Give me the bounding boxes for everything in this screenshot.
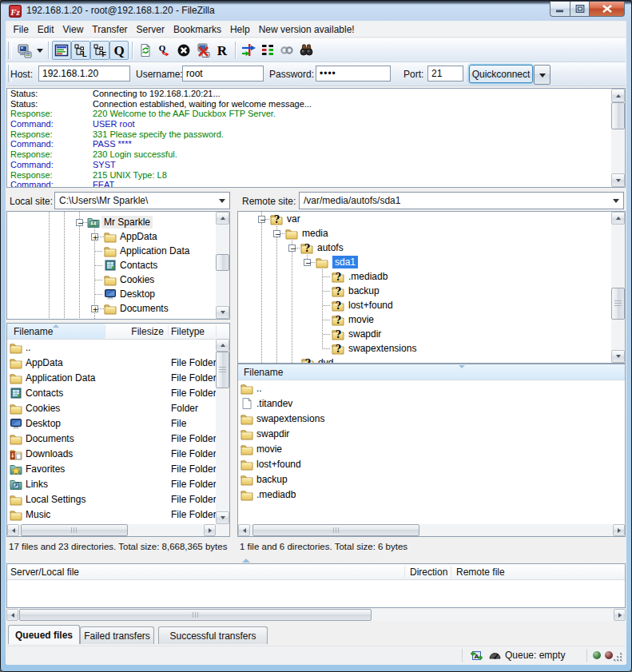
scroll-up-button[interactable] [611,89,625,102]
tree-item-autofs[interactable]: autofs [317,242,344,253]
menu-edit[interactable]: Edit [33,24,58,35]
toggle-queue-button[interactable]: Q [109,41,129,60]
port-input[interactable] [427,66,463,82]
expander-minus-icon[interactable] [304,259,311,266]
refresh-button[interactable] [136,41,155,60]
tree-item-appdata[interactable]: AppData [120,231,157,242]
combo-dropdown-icon[interactable] [610,193,622,208]
file-row[interactable]: .. [7,340,216,356]
tree-item-var[interactable]: var [287,213,300,225]
file-row[interactable]: backup [238,472,625,487]
tree-item-backup[interactable]: backup [348,285,380,296]
tree-item-sda1[interactable]: sda1 [332,256,358,268]
scroll-down-button[interactable] [216,306,229,319]
file-row[interactable]: .mediadb [238,487,625,503]
column-divider[interactable] [216,325,217,337]
combo-dropdown-icon[interactable] [216,193,229,208]
disconnect-button[interactable] [193,41,213,60]
tab-queued-files[interactable]: Queued files [8,625,80,644]
message-log[interactable]: Status:Connecting to 192.168.1.20:21... … [6,88,626,188]
file-row[interactable]: FavoritesFile Folder [7,462,216,477]
tree-item-contacts[interactable]: Contacts [120,260,157,271]
scroll-left-button[interactable] [7,524,19,536]
menu-help[interactable]: Help [225,24,254,35]
scroll-down-button[interactable] [611,173,625,187]
local-list-scroll-thumb[interactable] [216,352,229,388]
file-row[interactable]: Local SettingsFile Folder [7,492,216,507]
scroll-up-button[interactable] [216,212,229,225]
tab-successful-transfers[interactable]: Successful transfers [158,626,268,644]
remote-tree-scroll-thumb[interactable] [611,288,625,320]
quickconnect-button[interactable]: Quickconnect [469,65,533,83]
file-row[interactable]: .titandev [238,396,625,412]
synchronized-browsing-button[interactable] [277,41,296,60]
file-row[interactable]: ContactsFile Folder [7,386,216,401]
scroll-down-button[interactable] [216,511,229,524]
file-row[interactable]: MusicFile Folder [7,507,216,523]
file-row[interactable]: CookiesFolder [7,401,216,416]
expander-minus-icon[interactable] [288,245,296,252]
minimize-button[interactable] [550,2,570,17]
toolbar-grip[interactable] [8,42,12,59]
menu-transfer[interactable]: Transfer [88,24,132,35]
file-row[interactable]: lost+found [238,457,625,472]
filter-button[interactable] [239,41,258,60]
column-header-filetype[interactable]: Filetype [168,324,216,339]
remote-list-hscroll-thumb[interactable] [252,524,419,536]
expander-minus-icon[interactable] [258,216,265,223]
local-site-combo[interactable]: C:\Users\Mr Sparkle\ [54,192,230,209]
remote-site-combo[interactable]: /var/media/autofs/sda1 [299,192,624,209]
scroll-left-button[interactable] [6,609,18,621]
local-list-hscrollbar[interactable] [7,524,216,536]
remote-tree[interactable]: var media autofs sda1 .mediadb backup lo… [237,211,626,364]
find-files-button[interactable] [296,41,316,60]
tree-item-documents[interactable]: Documents [120,303,169,314]
file-row[interactable]: Application DataFile Folder [7,371,216,386]
password-input[interactable] [316,66,391,82]
tree-item-swapdir[interactable]: swapdir [348,328,381,340]
close-button[interactable] [589,2,625,17]
file-row[interactable]: swapdir [238,427,625,442]
cancel-button[interactable] [174,41,193,60]
tree-item-application-data[interactable]: Application Data [120,245,189,256]
tree-item-media[interactable]: media [302,228,328,239]
resize-grip[interactable] [614,653,624,663]
column-header-direction[interactable]: Direction [405,564,451,579]
scroll-up-button[interactable] [216,339,229,352]
local-list-scrollbar[interactable] [216,339,229,524]
menu-server[interactable]: Server [132,24,169,35]
tree-item-downloads[interactable]: Downloads [120,317,167,320]
tree-item-dvd[interactable]: dvd [318,357,333,364]
username-input[interactable] [182,66,264,82]
remote-list-hscrollbar[interactable] [238,524,625,536]
file-row[interactable]: .. [238,381,625,396]
log-scrollbar[interactable] [611,89,625,187]
expander-minus-icon[interactable] [273,230,280,237]
file-row[interactable]: movie [238,442,625,457]
toggle-message-log-button[interactable] [52,41,71,60]
column-header-filesize[interactable]: Filesize [105,324,168,339]
transfer-type-icon[interactable]: A [470,649,483,662]
speed-limits-icon[interactable] [488,649,502,662]
splitter-sash-icon[interactable] [242,559,250,563]
column-header-remote-file[interactable]: Remote file [451,564,547,579]
scroll-right-button[interactable] [204,524,216,536]
toggle-remote-tree-button[interactable]: F [90,41,109,60]
expander-plus-icon[interactable] [91,305,98,312]
tree-item-desktop[interactable]: Desktop [120,288,155,300]
tree-item-mr-sparkle[interactable]: Mr Sparkle [101,216,153,229]
remote-file-list[interactable]: Filename .. .titandev swapextensions swa… [237,364,626,537]
file-row[interactable]: DocumentsFile Folder [7,431,216,447]
tab-failed-transfers[interactable]: Failed transfers [80,626,154,644]
reconnect-button[interactable]: R [213,41,232,60]
scroll-left-button[interactable] [238,524,250,536]
menu-bookmarks[interactable]: Bookmarks [169,24,225,35]
column-header-filename[interactable]: Filename [7,324,105,339]
expander-minus-icon[interactable] [76,219,83,226]
local-file-list[interactable]: Filename Filesize Filetype .. AppDataFil… [6,323,230,537]
column-header-server-local-file[interactable]: Server/Local file [7,564,404,579]
queue-hscrollbar[interactable] [6,609,626,621]
local-tree-scroll-thumb[interactable] [216,254,229,271]
expander-plus-icon[interactable] [91,233,98,241]
titlebar[interactable]: Fz 192.168.1.20 - root@192.168.1.20 - Fi… [1,1,631,21]
